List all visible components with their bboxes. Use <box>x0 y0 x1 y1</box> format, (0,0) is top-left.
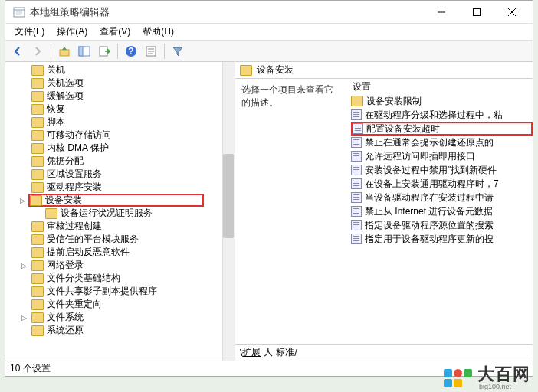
setting-item[interactable]: 禁止在通常会提示创建还原点的 <box>351 136 533 149</box>
help-button[interactable]: ? <box>122 42 140 60</box>
folder-icon <box>30 195 42 206</box>
tree-item-label: 系统还原 <box>47 324 84 337</box>
svg-rect-11 <box>79 47 83 56</box>
column-header-setting[interactable]: 设置 <box>346 79 533 94</box>
tree-item[interactable]: 文件共享影子副本提供程序 <box>30 285 235 298</box>
folder-icon <box>31 221 44 232</box>
minimize-button[interactable] <box>424 1 459 24</box>
setting-label: 当设备驱动程序在安装过程中请 <box>365 191 494 204</box>
setting-item[interactable]: 指定用于设备驱动程序更新的搜 <box>351 232 533 246</box>
folder-icon <box>31 143 44 154</box>
policy-icon <box>351 165 362 175</box>
folder-icon <box>31 247 44 258</box>
expand-icon[interactable]: ▷ <box>19 261 28 270</box>
toolbar-separator <box>117 44 118 59</box>
tree-item[interactable]: 恢复 <box>30 103 235 116</box>
tree-item[interactable]: 关机选项 <box>30 77 235 90</box>
tree-item[interactable]: 设备运行状况证明服务 <box>30 207 235 220</box>
no-expand <box>19 235 28 244</box>
no-expand <box>19 131 28 140</box>
expand-icon[interactable]: ▷ <box>18 196 27 205</box>
tree-item[interactable]: ▷文件系统 <box>30 311 235 324</box>
setting-label: 指定用于设备驱动程序更新的搜 <box>365 233 494 246</box>
show-hide-tree-button[interactable] <box>75 42 93 60</box>
tree-item[interactable]: 凭据分配 <box>30 155 235 168</box>
tree-item-label: 受信任的平台模块服务 <box>47 233 139 246</box>
tree-item-label: 文件分类基础结构 <box>47 272 120 285</box>
tab-extended[interactable]: 扩展 <box>242 346 261 359</box>
setting-item[interactable]: 设备安装限制 <box>351 94 533 108</box>
menu-action[interactable]: 操作(A) <box>51 24 93 40</box>
properties-button[interactable] <box>142 42 160 60</box>
detail-tabs: \ 扩展 人 标准 / <box>235 344 533 361</box>
detail-panel: 设备安装 选择一个项目来查看它的描述。 设置 设备安装限制在驱动程序分级和选择过… <box>235 62 533 361</box>
tree-item[interactable]: ▷网络登录 <box>30 259 235 272</box>
watermark-logo <box>443 368 473 388</box>
tree-item-label: 凭据分配 <box>47 155 84 168</box>
setting-item[interactable]: 在设备上安装通用驱动程序时，7 <box>351 177 533 191</box>
setting-label: 设备安装限制 <box>366 95 422 108</box>
menu-file[interactable]: 文件(F) <box>8 24 51 40</box>
tree-item[interactable]: 提前启动反恶意软件 <box>30 246 235 259</box>
tree-item-label: 内核 DMA 保护 <box>47 142 109 155</box>
no-expand <box>19 118 28 127</box>
setting-item[interactable]: 安装设备过程中禁用"找到新硬件 <box>351 163 533 177</box>
menu-view[interactable]: 查看(V) <box>93 24 136 40</box>
setting-item[interactable]: 在驱动程序分级和选择过程中，粘 <box>351 108 533 122</box>
up-button[interactable] <box>55 42 74 60</box>
tree-item[interactable]: 文件夹重定向 <box>30 298 235 311</box>
tree-item[interactable]: 文件分类基础结构 <box>30 272 235 285</box>
policy-icon <box>353 123 363 134</box>
setting-item[interactable]: 允许远程访问即插即用接口 <box>351 149 533 163</box>
tree-item-label: 文件夹重定向 <box>47 298 102 311</box>
export-button[interactable] <box>95 42 113 60</box>
tree-item[interactable]: 驱动程序安装 <box>30 181 235 194</box>
tree-item[interactable]: 缓解选项 <box>30 90 235 103</box>
tree-item[interactable]: 审核过程创建 <box>30 220 235 233</box>
tree-item[interactable]: 内核 DMA 保护 <box>30 142 235 155</box>
expand-icon[interactable]: ▷ <box>19 313 28 322</box>
detail-body: 选择一个项目来查看它的描述。 设置 设备安装限制在驱动程序分级和选择过程中，粘配… <box>235 79 533 344</box>
scroll-thumb[interactable] <box>223 154 234 238</box>
tree-item[interactable]: 系统还原 <box>30 324 235 337</box>
no-expand <box>19 287 28 296</box>
close-button[interactable] <box>494 1 530 24</box>
window-title: 本地组策略编辑器 <box>30 5 424 19</box>
policy-icon <box>351 206 362 217</box>
detail-heading: 设备安装 <box>257 64 294 77</box>
folder-icon <box>31 286 44 297</box>
setting-item[interactable]: 指定设备驱动程序源位置的搜索 <box>351 218 533 232</box>
tree-item[interactable]: 关机 <box>30 64 235 77</box>
folder-icon <box>31 78 44 89</box>
forward-button[interactable] <box>28 42 47 60</box>
watermark-sub: big100.net <box>479 384 511 390</box>
tree-item[interactable]: 受信任的平台模块服务 <box>30 233 235 246</box>
setting-item[interactable]: 当设备驱动程序在安装过程中请 <box>351 191 533 204</box>
folder-icon <box>45 208 57 219</box>
filter-button[interactable] <box>169 42 187 60</box>
setting-label: 配置设备安装超时 <box>366 122 440 136</box>
svg-text:?: ? <box>128 46 133 57</box>
no-expand <box>19 274 28 283</box>
back-button[interactable] <box>8 42 27 60</box>
folder-icon <box>351 96 363 106</box>
tree-item[interactable]: 区域设置服务 <box>30 168 235 181</box>
tab-standard[interactable]: 标准 <box>276 346 294 359</box>
menubar: 文件(F) 操作(A) 查看(V) 帮助(H) <box>5 24 533 41</box>
watermark-text: 大百网 <box>477 365 530 383</box>
menu-help[interactable]: 帮助(H) <box>136 24 180 40</box>
maximize-button[interactable] <box>459 1 494 24</box>
no-expand <box>19 300 28 309</box>
detail-description-pane: 选择一个项目来查看它的描述。 <box>235 79 346 344</box>
tree-item[interactable]: ▷设备安装 <box>28 194 204 207</box>
setting-label: 禁止从 Internet 进行设备元数据 <box>365 205 493 218</box>
tree-item-label: 审核过程创建 <box>47 220 102 233</box>
setting-item[interactable]: 禁止从 Internet 进行设备元数据 <box>351 204 533 218</box>
tree-item[interactable]: 可移动存储访问 <box>30 129 235 142</box>
no-expand <box>19 326 28 335</box>
tree-scrollbar[interactable] <box>222 62 235 361</box>
setting-item[interactable]: 配置设备安装超时 <box>351 122 533 136</box>
tree-panel[interactable]: 关机关机选项缓解选项恢复脚本可移动存储访问内核 DMA 保护凭据分配区域设置服务… <box>5 62 235 361</box>
tree-item-label: 区域设置服务 <box>47 168 102 181</box>
tree-item[interactable]: 脚本 <box>30 116 235 129</box>
